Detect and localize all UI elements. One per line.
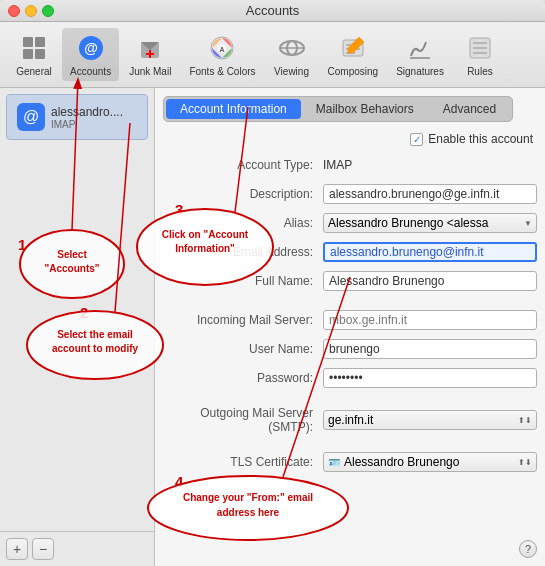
junk-mail-icon — [134, 32, 166, 64]
select-outgoing-server[interactable]: ge.infn.it ⬆⬇ — [323, 410, 537, 430]
label-alias: Alias: — [163, 216, 323, 230]
toolbar-label-rules: Rules — [467, 66, 493, 77]
toolbar: General @ Accounts — [0, 22, 545, 88]
toolbar-item-junk-mail[interactable]: Junk Mail — [121, 28, 179, 81]
input-username[interactable] — [323, 339, 537, 359]
form-row-fullname: Full Name: — [163, 270, 537, 292]
svg-rect-1 — [35, 37, 45, 47]
toolbar-label-viewing: Viewing — [274, 66, 309, 77]
smtp-select-arrow: ⬆⬇ — [518, 416, 532, 425]
toolbar-label-general: General — [16, 66, 52, 77]
toolbar-item-composing[interactable]: Composing — [320, 28, 387, 81]
select-alias[interactable]: Alessandro Brunengo <alessa ▼ — [323, 213, 537, 233]
select-tls[interactable]: 🪪 Alessandro Brunengo ⬆⬇ — [323, 452, 537, 472]
account-info: alessandro.... IMAP — [51, 105, 123, 130]
svg-text:@: @ — [84, 40, 98, 56]
window-title: Accounts — [246, 3, 299, 18]
input-description[interactable] — [323, 184, 537, 204]
tab-bar: Account Information Mailbox Behaviors Ad… — [163, 96, 513, 122]
input-fullname[interactable] — [323, 271, 537, 291]
tab-mailbox-behaviors[interactable]: Mailbox Behaviors — [302, 99, 428, 119]
toolbar-item-viewing[interactable]: Viewing — [266, 28, 318, 81]
help-button[interactable]: ? — [519, 540, 537, 558]
svg-rect-2 — [23, 49, 33, 59]
enable-row: Enable this account — [163, 132, 537, 146]
label-incoming-server: Incoming Mail Server: — [163, 313, 323, 327]
form-row-username: User Name: — [163, 338, 537, 360]
sidebar: @ alessandro.... IMAP + − — [0, 88, 155, 566]
form-row-incoming-server: Incoming Mail Server: — [163, 309, 537, 331]
alias-select-arrow: ▼ — [524, 219, 532, 228]
sidebar-bottom-controls: + − — [0, 531, 154, 566]
toolbar-item-accounts[interactable]: @ Accounts — [62, 28, 119, 81]
input-incoming-server[interactable] — [323, 310, 537, 330]
right-panel: Account Information Mailbox Behaviors Ad… — [155, 88, 545, 566]
account-type: IMAP — [51, 119, 123, 130]
form-row-account-type: Account Type: IMAP — [163, 154, 537, 176]
divider-2 — [163, 396, 537, 406]
divider-3 — [163, 441, 537, 451]
toolbar-item-general[interactable]: General — [8, 28, 60, 81]
label-password: Password: — [163, 371, 323, 385]
toolbar-label-composing: Composing — [328, 66, 379, 77]
label-email: Email Address: — [163, 245, 323, 259]
label-account-type: Account Type: — [163, 158, 323, 172]
tab-account-information[interactable]: Account Information — [166, 99, 301, 119]
form-row-outgoing-server: Outgoing Mail Server (SMTP): ge.infn.it … — [163, 406, 537, 434]
titlebar: Accounts — [0, 0, 545, 22]
toolbar-label-junk-mail: Junk Mail — [129, 66, 171, 77]
enable-account-label[interactable]: Enable this account — [410, 132, 533, 146]
tls-select-arrow: ⬆⬇ — [518, 458, 532, 467]
svg-rect-3 — [35, 49, 45, 59]
toolbar-item-rules[interactable]: Rules — [454, 28, 506, 81]
maximize-button[interactable] — [42, 5, 54, 17]
form-row-description: Description: — [163, 183, 537, 205]
form-row-alias: Alias: Alessandro Brunengo <alessa ▼ — [163, 212, 537, 234]
toolbar-label-fonts-colors: Fonts & Colors — [189, 66, 255, 77]
main-content: @ alessandro.... IMAP + − Account Inform… — [0, 88, 545, 566]
toolbar-label-accounts: Accounts — [70, 66, 111, 77]
svg-text:A: A — [220, 46, 225, 53]
form-row-password: Password: — [163, 367, 537, 389]
viewing-icon — [276, 32, 308, 64]
label-username: User Name: — [163, 342, 323, 356]
input-password[interactable] — [323, 368, 537, 388]
form-area: Account Type: IMAP Description: Alias: A… — [163, 154, 537, 558]
add-account-button[interactable]: + — [6, 538, 28, 560]
toolbar-label-signatures: Signatures — [396, 66, 444, 77]
signatures-icon — [404, 32, 436, 64]
form-row-email: Email Address: — [163, 241, 537, 263]
accounts-icon: @ — [75, 32, 107, 64]
svg-rect-0 — [23, 37, 33, 47]
composing-icon — [337, 32, 369, 64]
account-name: alessandro.... — [51, 105, 123, 119]
traffic-lights — [8, 5, 54, 17]
label-outgoing-server: Outgoing Mail Server (SMTP): — [163, 406, 323, 434]
remove-account-button[interactable]: − — [32, 538, 54, 560]
value-account-type: IMAP — [323, 158, 352, 172]
toolbar-item-signatures[interactable]: Signatures — [388, 28, 452, 81]
account-avatar: @ — [17, 103, 45, 131]
account-list-item[interactable]: @ alessandro.... IMAP — [6, 94, 148, 140]
general-icon — [18, 32, 50, 64]
tab-advanced[interactable]: Advanced — [429, 99, 510, 119]
form-row-tls: TLS Certificate: 🪪 Alessandro Brunengo ⬆… — [163, 451, 537, 473]
close-button[interactable] — [8, 5, 20, 17]
rules-icon — [464, 32, 496, 64]
label-tls: TLS Certificate: — [163, 455, 323, 469]
label-fullname: Full Name: — [163, 274, 323, 288]
toolbar-item-fonts-colors[interactable]: A Fonts & Colors — [181, 28, 263, 81]
divider-1 — [163, 299, 537, 309]
input-email[interactable] — [323, 242, 537, 262]
fonts-colors-icon: A — [206, 32, 238, 64]
minimize-button[interactable] — [25, 5, 37, 17]
enable-account-checkbox[interactable] — [410, 133, 423, 146]
label-description: Description: — [163, 187, 323, 201]
